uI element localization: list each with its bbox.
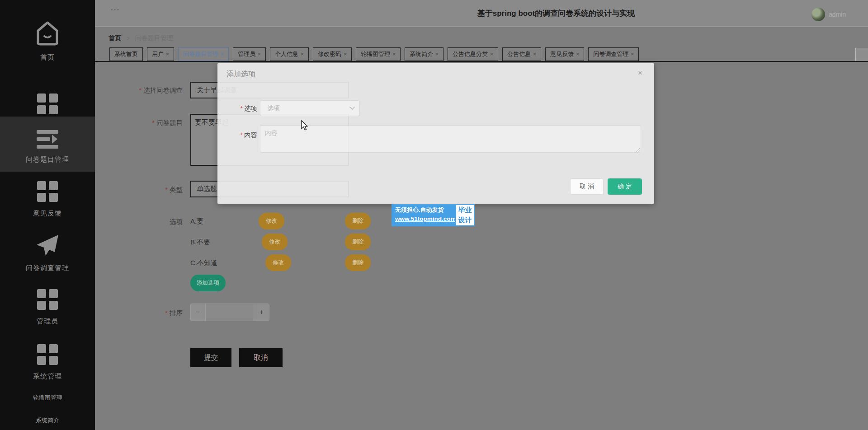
survey-select-label: *选择问卷调查	[97, 86, 183, 95]
delete-option-button[interactable]: 删除	[345, 234, 371, 250]
tab-notice-category[interactable]: 公告信息分类×	[448, 47, 498, 61]
close-icon[interactable]: ×	[576, 51, 579, 57]
tab-change-password[interactable]: 修改密码×	[313, 47, 352, 61]
close-icon[interactable]: ×	[221, 51, 224, 57]
add-option-dialog: 添加选项 × *选项 选项 *内容 取 消 确 定	[217, 63, 654, 204]
close-icon[interactable]: ×	[533, 51, 536, 57]
option-select[interactable]: 选项	[260, 100, 360, 116]
tab-survey-manage[interactable]: 问卷调查管理×	[588, 47, 639, 61]
sidebar: 首页 用户 问卷题目管理 意见反馈	[0, 0, 95, 430]
breadcrumb-separator: >	[127, 35, 130, 42]
textarea-resize-handle[interactable]	[636, 148, 640, 152]
tab-bar: 系统首页 用户× 问卷题目管理× 管理员× 个人信息× 修改密码× 轮播图管理×…	[109, 47, 639, 61]
option-text: C.不知道	[190, 259, 217, 267]
stepper-plus-button[interactable]: +	[254, 304, 269, 321]
question-title-label: *问卷题目	[97, 119, 183, 127]
dialog-close-icon[interactable]: ×	[638, 69, 642, 78]
mouse-cursor	[301, 120, 309, 131]
breadcrumb: 首页 > 问卷题目管理	[108, 34, 173, 42]
tab-system-intro[interactable]: 系统简介×	[405, 47, 443, 61]
close-icon[interactable]: ×	[631, 51, 634, 57]
add-option-button[interactable]: 添加选项	[190, 275, 226, 291]
stepper-minus-button[interactable]: −	[191, 304, 206, 321]
sort-label: *排序	[142, 309, 183, 318]
sidebar-item-question-manage[interactable]: 问卷题目管理	[0, 117, 95, 172]
type-label: *类型	[97, 186, 183, 194]
tabbar-underline	[95, 61, 868, 62]
ad-watermark: 无须担心.自动发货 www.51topmind.com 毕业 设计	[392, 204, 475, 226]
modify-option-button[interactable]: 修改	[259, 213, 284, 229]
tab-feedback[interactable]: 意见反馈×	[545, 47, 584, 61]
close-icon[interactable]: ×	[166, 51, 169, 57]
dialog-title: 添加选项	[226, 70, 255, 79]
ad-badge: 毕业 设计	[455, 204, 475, 226]
collapse-menu-icon[interactable]: ...	[111, 4, 120, 13]
tab-question-manage[interactable]: 问卷题目管理×	[178, 47, 229, 61]
close-icon[interactable]: ×	[301, 51, 304, 57]
tab-profile[interactable]: 个人信息×	[270, 47, 309, 61]
close-icon[interactable]: ×	[344, 51, 347, 57]
delete-option-button[interactable]: 删除	[345, 213, 371, 229]
page-title: 基于spring boot的调查问卷系统的设计与实现	[371, 8, 741, 19]
grid-icon	[36, 180, 59, 203]
form-cancel-button[interactable]: 取消	[239, 348, 283, 367]
sidebar-item-label: 系统管理	[33, 372, 62, 380]
app-window: 首页 用户 问卷题目管理 意见反馈	[0, 0, 868, 430]
tab-carousel-manage[interactable]: 轮播图管理×	[356, 47, 401, 61]
tab-system-home[interactable]: 系统首页	[109, 47, 143, 61]
sidebar-item-label: 管理员	[37, 317, 58, 325]
dialog-option-label: *选项	[224, 104, 257, 113]
ad-link[interactable]: www.51topmind.com	[395, 215, 453, 222]
breadcrumb-home[interactable]: 首页	[108, 34, 121, 42]
tab-notice[interactable]: 公告信息×	[502, 47, 541, 61]
tabbar-scroll-nub	[855, 48, 868, 61]
list-arrow-icon	[36, 130, 59, 149]
sidebar-item-label: 问卷题目管理	[26, 155, 69, 163]
avatar[interactable]	[811, 8, 825, 21]
dialog-confirm-button[interactable]: 确 定	[608, 178, 642, 195]
option-select-placeholder: 选项	[267, 104, 280, 112]
sidebar-item-home[interactable]: 首页	[0, 19, 95, 62]
grid-icon	[36, 288, 59, 311]
header: ... 基于spring boot的调查问卷系统的设计与实现 admin	[95, 0, 868, 27]
option-text: A.要	[190, 217, 203, 226]
sort-input[interactable]	[206, 304, 255, 321]
modify-option-button[interactable]: 修改	[262, 234, 288, 250]
close-icon[interactable]: ×	[392, 51, 396, 57]
sidebar-item-label: 意见反馈	[33, 209, 62, 217]
tab-admin[interactable]: 管理员×	[233, 47, 266, 61]
grid-icon	[36, 93, 59, 115]
sidebar-item-survey-manage[interactable]: 问卷调查管理	[0, 234, 95, 272]
option-text: B.不要	[190, 238, 210, 247]
submit-button[interactable]: 提交	[190, 348, 231, 367]
dialog-content-label: *内容	[224, 131, 257, 140]
options-label: 选项	[142, 218, 183, 226]
breadcrumb-current: 问卷题目管理	[135, 34, 173, 42]
modify-option-button[interactable]: 修改	[265, 254, 291, 271]
paper-plane-icon	[35, 234, 60, 257]
sidebar-item-system-manage[interactable]: 系统管理	[0, 343, 95, 381]
sidebar-item-label: 首页	[40, 53, 55, 61]
username[interactable]: admin	[829, 11, 846, 18]
home-icon	[34, 19, 61, 47]
tab-users[interactable]: 用户×	[147, 47, 174, 61]
content-textarea[interactable]	[260, 125, 641, 153]
sidebar-item-label: 问卷调查管理	[26, 264, 69, 271]
dialog-cancel-button[interactable]: 取 消	[570, 178, 604, 195]
close-icon[interactable]: ×	[258, 51, 261, 57]
sidebar-subitem-intro[interactable]: 系统简介	[0, 416, 95, 425]
close-icon[interactable]: ×	[435, 51, 439, 57]
sort-stepper: − +	[190, 304, 269, 321]
sidebar-item-feedback[interactable]: 意见反馈	[0, 180, 95, 218]
chevron-down-icon	[349, 107, 355, 110]
delete-option-button[interactable]: 删除	[345, 254, 371, 271]
sidebar-item-admin[interactable]: 管理员	[0, 288, 95, 326]
sidebar-subitem-carousel[interactable]: 轮播图管理	[0, 394, 95, 402]
ad-text: 无须担心.自动发货 www.51topmind.com	[392, 204, 455, 226]
close-icon[interactable]: ×	[490, 51, 493, 57]
grid-icon	[36, 343, 59, 366]
